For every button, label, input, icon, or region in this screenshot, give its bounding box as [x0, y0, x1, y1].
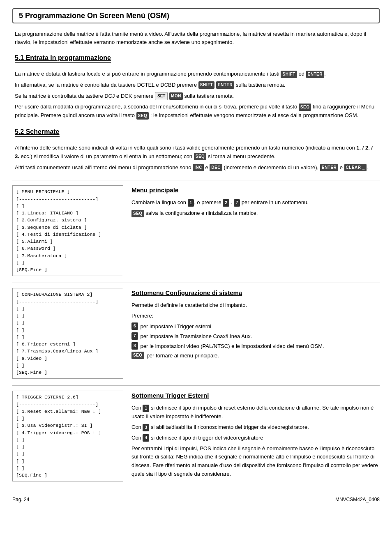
page-footer: Pag. 24 MNVCSM42A_0408: [12, 494, 380, 502]
screen-line: [ 2.Configuraz. sistema ]: [16, 216, 120, 223]
screen-config-sistema: [ CONFIGURAZIONE SISTEMA 2] [-----------…: [12, 288, 123, 379]
seq-badge-2: SEQ: [131, 352, 144, 359]
num-2-badge: 2: [223, 199, 229, 207]
screen-line: [SEQ.Fine ]: [16, 266, 120, 273]
panel-3-title: Sottomenu Trigger Esterni: [131, 391, 380, 401]
screen-line: [ ]: [16, 443, 120, 450]
section-52-p2: Altri tasti comunemente usati all'intern…: [15, 164, 377, 172]
footer-page: Pag. 24: [12, 497, 29, 502]
screen-line: [ ]: [16, 436, 120, 443]
screen-line: [ 1.Reset ext.allarmi: NEG ↓ ]: [16, 408, 120, 415]
screen-line: [---------------------------]: [16, 401, 120, 408]
screen-line: [ 7.Mascheratura ]: [16, 252, 120, 259]
section-51-p4: Per uscire dalla modalità di programmazi…: [15, 103, 377, 120]
screen-line: [ ]: [16, 259, 120, 266]
screen-line: [ 4.Testi di identificazione ]: [16, 231, 120, 238]
seq-key-1: SEQ: [299, 104, 311, 111]
section-51-title: 5.1 Entrata in programmazione: [15, 54, 111, 63]
screen-line: [SEQ.Fine ]: [16, 472, 120, 479]
num-6-badge: 6: [131, 322, 138, 330]
screen-line: [ 1.Lingua: ITALIANO ]: [16, 210, 120, 216]
panel-1-p1: Cambiare la lingua con 1, o premere 2.. …: [131, 198, 380, 207]
section-51-p1: La matrice è dotata di tastiera locale e…: [15, 70, 377, 78]
enter-key-2: ENTER: [216, 81, 234, 89]
num-7-badge: 7: [234, 199, 240, 207]
section-52: 5.2 Schermate All'interno delle schermat…: [12, 128, 380, 172]
shift-key: SHIFT: [281, 71, 297, 78]
screen-line: [ TRIGGER ESTERNI 2.6]: [16, 394, 120, 401]
screen-line: [ ]: [16, 305, 120, 312]
panel-2-title: Sottomenu Configurazione di sistema: [131, 288, 380, 298]
page-title: 5 Programmazione On Screen Menù (OSM): [19, 12, 373, 20]
desc-trigger-esterni: Sottomenu Trigger Esterni Con 1 si defin…: [131, 391, 380, 481]
panel-2-li-seq: SEQ per tornare al menu principale.: [131, 352, 380, 360]
num-1-t: 1: [143, 405, 149, 412]
panel-3-p3: Con 4 si definisce il tipo di trigger de…: [131, 434, 380, 442]
screen-line: [---------------------------]: [16, 196, 120, 203]
mon-key: MON: [169, 92, 183, 100]
screen-line: [ 6.Trigger esterni ]: [16, 341, 120, 348]
section-51: 5.1 Entrata in programmazione La matrice…: [12, 54, 380, 120]
screen-line: [ 4.Trigger videoreg.: POS ↑ ]: [16, 429, 120, 436]
panel-menu-principale: [ MENU PRINCIPALE ] [-------------------…: [12, 180, 380, 276]
screen-line: [ ]: [16, 319, 120, 326]
intro-text: La programmazione della matrice è fatta …: [12, 30, 380, 46]
screen-line: [ CONFIGURAZIONE SISTEMA 2]: [16, 291, 120, 298]
panel-2-list: 6 per impostare i Trigger esterni 7 per …: [131, 322, 380, 360]
section-51-p2: In alternativa, se la matrice è controll…: [15, 81, 377, 90]
screen-line: [ MENU PRINCIPALE ]: [16, 188, 120, 195]
section-51-p3: Se la matrice è controllata da tastiere …: [15, 92, 377, 101]
panel-2-p2: Premere:: [131, 312, 380, 320]
num-4-t: 4: [143, 434, 149, 442]
screen-line: [ ]: [16, 203, 120, 210]
dec-key: DEC: [210, 164, 222, 171]
seq-badge-1: SEQ: [131, 210, 144, 217]
screen-line: [ 6.Password ]: [16, 245, 120, 252]
screen-menu-principale: [ MENU PRINCIPALE ] [-------------------…: [12, 185, 123, 276]
enter-key-1: ENTER: [306, 71, 324, 78]
screen-line: [ 8.Video ]: [16, 355, 120, 362]
section-52-title: 5.2 Schermate: [15, 128, 60, 137]
num-3-t: 3: [143, 424, 149, 431]
panel-2-li-2: 7 per impostare la Trasmissione Coax/Lin…: [131, 332, 380, 341]
screen-trigger-esterni: [ TRIGGER ESTERNI 2.6] [----------------…: [12, 391, 123, 481]
screen-line: [ ]: [16, 327, 120, 334]
screen-line: [ ]: [16, 465, 120, 472]
screen-line: [ ]: [16, 334, 120, 341]
enter-key-3: ENTER: [320, 164, 338, 171]
screen-line: [ 5.Allarmi ]: [16, 238, 120, 245]
desc-config-sistema: Sottomenu Configurazione di sistema Perm…: [131, 288, 380, 379]
screen-line: [ ]: [16, 312, 120, 319]
section-52-p1: All'interno delle schermate sono indicat…: [15, 144, 377, 161]
screen-line: [ ]: [16, 415, 120, 422]
inc-key: INC: [193, 164, 204, 171]
set-key: SET: [155, 92, 168, 100]
screen-line: [ 3.Sequenze di ciclata ]: [16, 224, 120, 231]
panel-3-p2: Con 3 si abilita/disabilita il riconosci…: [131, 423, 380, 432]
panel-3-p1: Con 1 si definisce il tipo di impulso di…: [131, 404, 380, 421]
seq-key-3: SEQ: [194, 153, 207, 160]
shift-key-2: SHIFT: [198, 81, 214, 89]
num-8-badge: 8: [131, 342, 138, 350]
screen-line: [SEQ.Fine ]: [16, 369, 120, 376]
num-1-badge: 1: [188, 199, 194, 207]
screen-line: [ 3.Usa videoregistr.: SI ]: [16, 422, 120, 429]
panel-2-li-1: 6 per impostare i Trigger esterni: [131, 322, 380, 331]
footer-doc: MNVCSM42A_0408: [335, 497, 380, 502]
screen-line: [ ]: [16, 458, 120, 465]
seq-key-2: SEQ: [136, 112, 149, 120]
clear-key: CLEAR _: [344, 164, 367, 171]
screen-line: [---------------------------]: [16, 298, 120, 305]
num-7-badge-2: 7: [131, 332, 138, 340]
screen-line: [ ]: [16, 362, 120, 369]
panel-1-p2: SEQ salva la configurazione e riiniziali…: [131, 209, 380, 218]
panel-2-li-3: 8 per le impostazioni video (PAL/NTSC) e…: [131, 342, 380, 351]
desc-menu-principale: Menu principale Cambiare la lingua con 1…: [131, 185, 380, 276]
panel-3-p4: Per entrambi i tipi di impulsi, POS indi…: [131, 444, 380, 479]
panel-config-sistema: [ CONFIGURAZIONE SISTEMA 2] [-----------…: [12, 283, 380, 379]
panel-1-title: Menu principale: [131, 185, 380, 195]
panel-trigger-esterni: [ TRIGGER ESTERNI 2.6] [----------------…: [12, 385, 380, 481]
panel-2-p1: Permette di definire le caratteristiche …: [131, 301, 380, 310]
screen-line: [ ]: [16, 450, 120, 457]
screen-line: [ 7.Trasmiss.Coax/Linea Aux ]: [16, 348, 120, 355]
